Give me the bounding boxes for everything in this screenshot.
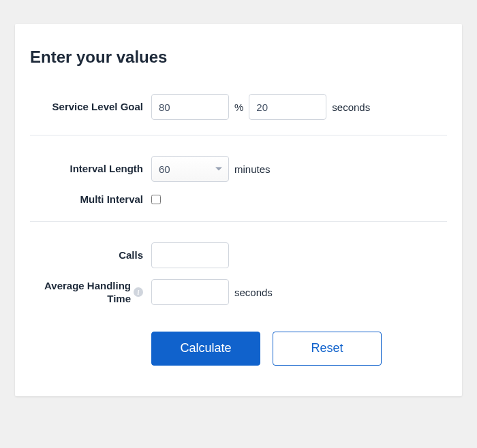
info-icon[interactable]: i xyxy=(134,287,143,297)
interval-length-select[interactable]: 60 xyxy=(151,156,229,182)
avg-handling-time-label-wrap: Average Handling Time i xyxy=(30,279,151,306)
multi-interval-row: Multi Interval xyxy=(30,193,447,206)
interval-length-select-wrap: 60 xyxy=(151,156,229,182)
service-level-goal-label: Service Level Goal xyxy=(30,100,151,114)
avg-handling-time-input[interactable] xyxy=(151,279,229,305)
divider xyxy=(30,135,447,135)
interval-length-row: Interval Length 60 minutes xyxy=(30,156,447,182)
form-card: Enter your values Service Level Goal % s… xyxy=(15,24,462,396)
calls-input[interactable] xyxy=(151,242,229,268)
percent-symbol: % xyxy=(234,101,243,113)
calculate-button[interactable]: Calculate xyxy=(151,332,260,366)
calls-row: Calls xyxy=(30,242,447,268)
service-level-seconds-unit: seconds xyxy=(332,101,370,113)
reset-button[interactable]: Reset xyxy=(273,332,382,366)
divider xyxy=(30,221,447,222)
avg-handling-time-unit: seconds xyxy=(234,287,273,298)
service-level-seconds-input[interactable] xyxy=(249,94,326,120)
service-level-goal-row: Service Level Goal % seconds xyxy=(30,94,447,120)
interval-length-unit: minutes xyxy=(234,163,271,175)
avg-handling-time-row: Average Handling Time i seconds xyxy=(30,279,447,306)
interval-length-label: Interval Length xyxy=(30,162,151,176)
button-row: Calculate Reset xyxy=(151,332,447,366)
multi-interval-checkbox[interactable] xyxy=(151,195,161,204)
page-title: Enter your values xyxy=(30,48,447,67)
avg-handling-time-label: Average Handling Time xyxy=(30,279,131,306)
multi-interval-label: Multi Interval xyxy=(30,193,151,206)
service-level-percent-input[interactable] xyxy=(151,94,229,120)
calls-label: Calls xyxy=(30,249,151,262)
